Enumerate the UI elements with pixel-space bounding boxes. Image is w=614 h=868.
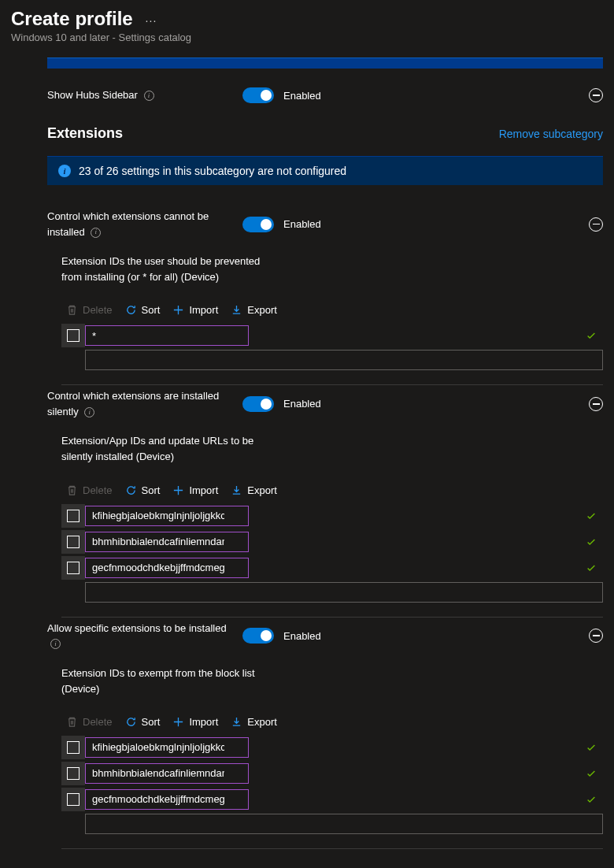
- toggle-state-label: Enabled: [283, 630, 321, 642]
- previous-section-footer: [47, 57, 603, 69]
- setting-label: Control which extensions cannot be insta…: [47, 210, 209, 238]
- item-value-input[interactable]: [85, 532, 249, 552]
- info-icon[interactable]: i: [144, 91, 154, 101]
- download-icon: [231, 304, 242, 316]
- setting-label: Control which extensions are installed s…: [47, 390, 219, 417]
- delete-button[interactable]: Delete: [66, 484, 113, 496]
- info-icon[interactable]: i: [84, 407, 94, 417]
- item-checkbox[interactable]: [67, 536, 80, 548]
- info-icon[interactable]: i: [91, 228, 101, 238]
- checkmark-icon: [586, 768, 597, 779]
- setting-toggle[interactable]: [242, 628, 274, 644]
- collapse-button[interactable]: [589, 88, 603, 102]
- checkmark-icon: [586, 510, 597, 521]
- plus-icon: [172, 716, 184, 728]
- delete-button[interactable]: Delete: [66, 304, 113, 316]
- trash-icon: [66, 304, 78, 316]
- checkmark-icon: [586, 562, 597, 573]
- item-checkbox[interactable]: [67, 793, 80, 806]
- item-value-input[interactable]: [85, 558, 249, 578]
- page-title: Create profile: [11, 8, 133, 30]
- list-item: [61, 504, 603, 528]
- checkmark-icon: [586, 742, 597, 753]
- item-checkbox[interactable]: [67, 329, 80, 342]
- collapse-button[interactable]: [589, 397, 603, 411]
- export-button[interactable]: Export: [231, 484, 277, 496]
- trash-icon: [66, 716, 78, 728]
- item-value-input[interactable]: [85, 506, 249, 526]
- sort-button[interactable]: Sort: [125, 716, 161, 728]
- plus-icon: [172, 484, 184, 496]
- export-button[interactable]: Export: [231, 716, 277, 728]
- divider: [61, 848, 603, 849]
- divider: [61, 617, 603, 618]
- new-item-input[interactable]: [85, 814, 603, 834]
- sort-button[interactable]: Sort: [125, 304, 161, 316]
- page-subtitle: Windows 10 and later - Settings catalog: [11, 32, 603, 43]
- new-item-input[interactable]: [85, 350, 603, 370]
- list-item: [61, 736, 603, 759]
- item-value-input[interactable]: [85, 737, 249, 758]
- remove-subcategory-link[interactable]: Remove subcategory: [499, 128, 603, 140]
- checkmark-icon: [586, 794, 597, 805]
- import-button[interactable]: Import: [172, 484, 218, 496]
- info-banner: i 23 of 26 settings in this subcategory …: [47, 156, 603, 185]
- info-banner-text: 23 of 26 settings in this subcategory ar…: [79, 165, 346, 177]
- toggle-state-label: Enabled: [283, 90, 321, 102]
- sort-button[interactable]: Sort: [125, 484, 161, 496]
- download-icon: [231, 484, 242, 496]
- list-item: [61, 324, 603, 347]
- setting-toggle[interactable]: [242, 396, 274, 412]
- setting-label: Allow specific extensions to be installe…: [47, 622, 227, 634]
- refresh-icon: [125, 484, 137, 496]
- toggle-state-label: Enabled: [283, 398, 321, 410]
- item-value-input[interactable]: [85, 789, 249, 810]
- hubs-sidebar-toggle[interactable]: [242, 87, 274, 103]
- setting-toggle[interactable]: [242, 217, 274, 232]
- item-value-input[interactable]: [85, 325, 249, 346]
- info-icon: i: [58, 165, 71, 177]
- item-value-input[interactable]: [85, 763, 249, 784]
- hubs-sidebar-label: Show Hubs Sidebar: [47, 89, 138, 101]
- new-item-input[interactable]: [85, 582, 603, 603]
- trash-icon: [66, 484, 78, 496]
- checkmark-icon: [586, 330, 597, 341]
- collapse-button[interactable]: [589, 629, 603, 643]
- extensions-section-title: Extensions: [47, 125, 499, 142]
- more-icon[interactable]: ···: [146, 14, 157, 27]
- refresh-icon: [125, 304, 137, 316]
- list-item: [61, 788, 603, 811]
- info-icon[interactable]: i: [50, 639, 61, 649]
- setting-sublabel: Extension/App IDs and update URLs to be …: [61, 433, 266, 465]
- checkmark-icon: [586, 536, 597, 547]
- import-button[interactable]: Import: [172, 716, 218, 728]
- delete-button[interactable]: Delete: [66, 716, 113, 728]
- setting-sublabel: Extension IDs the user should be prevent…: [61, 254, 266, 285]
- export-button[interactable]: Export: [231, 304, 277, 316]
- list-item: [61, 556, 603, 580]
- import-button[interactable]: Import: [172, 304, 218, 316]
- item-checkbox[interactable]: [67, 741, 80, 754]
- item-checkbox[interactable]: [67, 562, 80, 574]
- plus-icon: [172, 304, 184, 316]
- download-icon: [231, 716, 242, 728]
- refresh-icon: [125, 716, 137, 728]
- collapse-button[interactable]: [589, 217, 603, 232]
- setting-sublabel: Extension IDs to exempt from the block l…: [61, 666, 266, 697]
- list-item: [61, 762, 603, 785]
- list-item: [61, 530, 603, 554]
- divider: [61, 384, 603, 385]
- toggle-state-label: Enabled: [283, 218, 321, 230]
- item-checkbox[interactable]: [67, 510, 80, 522]
- item-checkbox[interactable]: [67, 767, 80, 780]
